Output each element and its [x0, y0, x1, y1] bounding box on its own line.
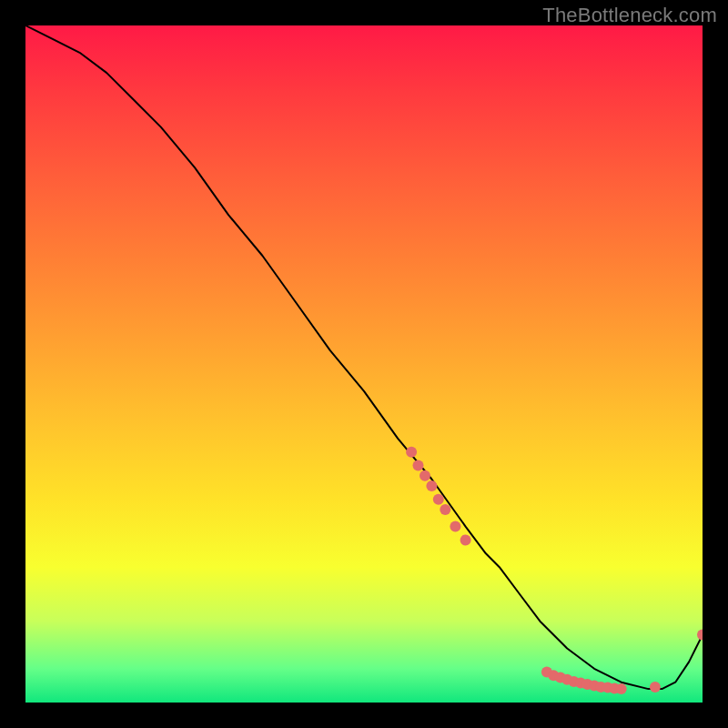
curve-marker	[450, 521, 460, 532]
curve-marker	[697, 630, 703, 641]
plot-svg	[25, 25, 703, 703]
curve-marker	[406, 447, 417, 458]
watermark-text: TheBottleneck.com	[542, 4, 717, 27]
curve-marker	[440, 504, 450, 515]
chart-frame: TheBottleneck.com	[0, 0, 728, 728]
bottleneck-curve	[25, 25, 703, 689]
curve-marker	[433, 494, 444, 505]
curve-marker	[420, 470, 430, 481]
curve-markers	[406, 447, 703, 694]
curve-marker	[426, 480, 437, 491]
curve-marker	[616, 683, 627, 694]
curve-marker	[460, 534, 471, 545]
curve-marker	[413, 460, 424, 471]
plot-area	[25, 25, 703, 703]
curve-marker	[650, 682, 661, 693]
